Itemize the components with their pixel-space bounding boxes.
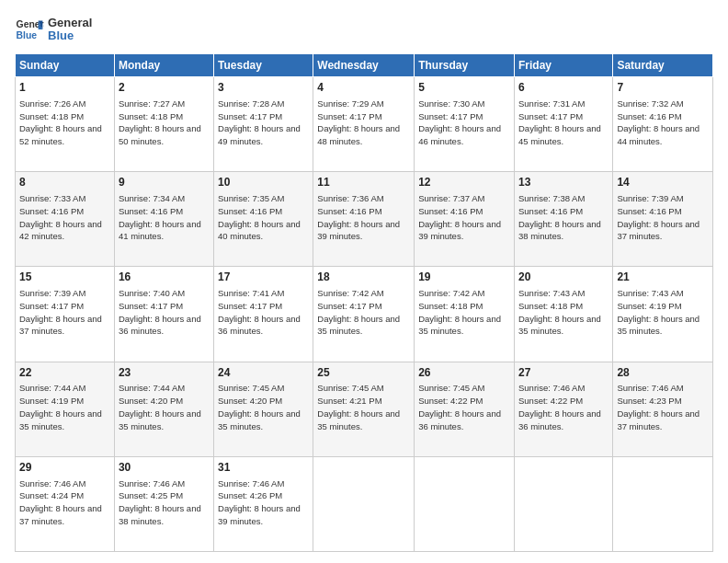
day-number: 23 xyxy=(119,365,210,381)
day-info: Sunrise: 7:26 AMSunset: 4:18 PMDaylight:… xyxy=(19,98,102,146)
day-number: 30 xyxy=(119,460,210,476)
day-cell-6: 6Sunrise: 7:31 AMSunset: 4:17 PMDaylight… xyxy=(514,77,612,172)
day-info: Sunrise: 7:39 AMSunset: 4:17 PMDaylight:… xyxy=(19,288,102,336)
week-row-4: 22Sunrise: 7:44 AMSunset: 4:19 PMDayligh… xyxy=(16,362,713,456)
logo: General Blue General Blue xyxy=(15,15,92,44)
weekday-friday: Friday xyxy=(514,54,612,77)
empty-cell xyxy=(415,456,515,551)
empty-cell xyxy=(313,456,415,551)
weekday-sunday: Sunday xyxy=(16,54,115,77)
day-info: Sunrise: 7:43 AMSunset: 4:18 PMDaylight:… xyxy=(518,288,601,336)
weekday-wednesday: Wednesday xyxy=(313,54,415,77)
day-info: Sunrise: 7:42 AMSunset: 4:17 PMDaylight:… xyxy=(317,288,400,336)
day-cell-1: 1Sunrise: 7:26 AMSunset: 4:18 PMDaylight… xyxy=(16,77,115,172)
day-number: 14 xyxy=(617,175,709,190)
day-number: 12 xyxy=(418,175,510,190)
day-cell-18: 18Sunrise: 7:42 AMSunset: 4:17 PMDayligh… xyxy=(313,267,415,362)
day-cell-3: 3Sunrise: 7:28 AMSunset: 4:17 PMDaylight… xyxy=(214,77,313,172)
day-cell-21: 21Sunrise: 7:43 AMSunset: 4:19 PMDayligh… xyxy=(613,267,713,362)
day-cell-23: 23Sunrise: 7:44 AMSunset: 4:20 PMDayligh… xyxy=(114,362,213,456)
day-cell-5: 5Sunrise: 7:30 AMSunset: 4:17 PMDaylight… xyxy=(415,77,515,172)
day-info: Sunrise: 7:40 AMSunset: 4:17 PMDaylight:… xyxy=(119,288,201,336)
day-number: 15 xyxy=(19,270,110,285)
day-number: 29 xyxy=(19,460,110,476)
day-info: Sunrise: 7:34 AMSunset: 4:16 PMDaylight:… xyxy=(119,193,201,241)
calendar-table: SundayMondayTuesdayWednesdayThursdayFrid… xyxy=(15,53,713,552)
day-info: Sunrise: 7:45 AMSunset: 4:20 PMDaylight:… xyxy=(218,383,301,431)
day-info: Sunrise: 7:43 AMSunset: 4:19 PMDaylight:… xyxy=(617,288,700,336)
weekday-tuesday: Tuesday xyxy=(214,54,313,77)
day-info: Sunrise: 7:33 AMSunset: 4:16 PMDaylight:… xyxy=(19,193,102,241)
day-cell-12: 12Sunrise: 7:37 AMSunset: 4:16 PMDayligh… xyxy=(415,172,515,267)
empty-cell xyxy=(514,456,612,551)
calendar-body: 1Sunrise: 7:26 AMSunset: 4:18 PMDaylight… xyxy=(16,77,713,552)
svg-text:Blue: Blue xyxy=(17,30,38,40)
logo-general: General xyxy=(48,17,92,29)
day-cell-30: 30Sunrise: 7:46 AMSunset: 4:25 PMDayligh… xyxy=(114,456,213,551)
day-cell-27: 27Sunrise: 7:46 AMSunset: 4:22 PMDayligh… xyxy=(514,362,612,456)
day-cell-22: 22Sunrise: 7:44 AMSunset: 4:19 PMDayligh… xyxy=(16,362,115,456)
day-info: Sunrise: 7:28 AMSunset: 4:17 PMDaylight:… xyxy=(218,98,301,146)
day-info: Sunrise: 7:42 AMSunset: 4:18 PMDaylight:… xyxy=(418,288,501,336)
day-number: 8 xyxy=(19,175,110,190)
day-number: 10 xyxy=(218,175,309,190)
weekday-thursday: Thursday xyxy=(415,54,515,77)
day-info: Sunrise: 7:35 AMSunset: 4:16 PMDaylight:… xyxy=(218,193,301,241)
day-cell-24: 24Sunrise: 7:45 AMSunset: 4:20 PMDayligh… xyxy=(214,362,313,456)
day-info: Sunrise: 7:39 AMSunset: 4:16 PMDaylight:… xyxy=(617,193,700,241)
day-info: Sunrise: 7:44 AMSunset: 4:19 PMDaylight:… xyxy=(19,383,102,431)
day-number: 20 xyxy=(518,270,609,285)
week-row-5: 29Sunrise: 7:46 AMSunset: 4:24 PMDayligh… xyxy=(16,456,713,551)
day-cell-8: 8Sunrise: 7:33 AMSunset: 4:16 PMDaylight… xyxy=(16,172,115,267)
day-info: Sunrise: 7:30 AMSunset: 4:17 PMDaylight:… xyxy=(418,98,501,146)
day-number: 7 xyxy=(617,80,709,96)
day-info: Sunrise: 7:32 AMSunset: 4:16 PMDaylight:… xyxy=(617,98,700,146)
day-cell-2: 2Sunrise: 7:27 AMSunset: 4:18 PMDaylight… xyxy=(114,77,213,172)
week-row-1: 1Sunrise: 7:26 AMSunset: 4:18 PMDaylight… xyxy=(16,77,713,172)
day-info: Sunrise: 7:46 AMSunset: 4:24 PMDaylight:… xyxy=(19,478,102,526)
day-info: Sunrise: 7:27 AMSunset: 4:18 PMDaylight:… xyxy=(119,98,201,146)
logo-blue: Blue xyxy=(48,29,92,42)
day-number: 11 xyxy=(317,175,410,190)
day-number: 24 xyxy=(218,365,309,381)
weekday-saturday: Saturday xyxy=(613,54,713,77)
day-number: 9 xyxy=(119,175,210,190)
day-number: 17 xyxy=(218,270,309,285)
week-row-2: 8Sunrise: 7:33 AMSunset: 4:16 PMDaylight… xyxy=(16,172,713,267)
logo-icon: General Blue xyxy=(15,15,44,44)
day-number: 25 xyxy=(317,365,410,381)
day-cell-15: 15Sunrise: 7:39 AMSunset: 4:17 PMDayligh… xyxy=(16,267,115,362)
day-info: Sunrise: 7:44 AMSunset: 4:20 PMDaylight:… xyxy=(119,383,201,431)
day-cell-25: 25Sunrise: 7:45 AMSunset: 4:21 PMDayligh… xyxy=(313,362,415,456)
day-info: Sunrise: 7:46 AMSunset: 4:26 PMDaylight:… xyxy=(218,478,301,526)
day-cell-9: 9Sunrise: 7:34 AMSunset: 4:16 PMDaylight… xyxy=(114,172,213,267)
day-info: Sunrise: 7:45 AMSunset: 4:22 PMDaylight:… xyxy=(418,383,501,431)
day-number: 26 xyxy=(418,365,510,381)
day-number: 19 xyxy=(418,270,510,285)
day-info: Sunrise: 7:29 AMSunset: 4:17 PMDaylight:… xyxy=(317,98,400,146)
day-cell-10: 10Sunrise: 7:35 AMSunset: 4:16 PMDayligh… xyxy=(214,172,313,267)
day-info: Sunrise: 7:45 AMSunset: 4:21 PMDaylight:… xyxy=(317,383,400,431)
day-number: 2 xyxy=(119,80,210,96)
header: General Blue General Blue xyxy=(15,15,713,44)
day-cell-26: 26Sunrise: 7:45 AMSunset: 4:22 PMDayligh… xyxy=(415,362,515,456)
weekday-monday: Monday xyxy=(114,54,213,77)
weekday-header-row: SundayMondayTuesdayWednesdayThursdayFrid… xyxy=(16,54,713,77)
day-number: 31 xyxy=(218,460,309,476)
day-cell-31: 31Sunrise: 7:46 AMSunset: 4:26 PMDayligh… xyxy=(214,456,313,551)
day-info: Sunrise: 7:46 AMSunset: 4:22 PMDaylight:… xyxy=(518,383,601,431)
day-number: 16 xyxy=(119,270,210,285)
day-cell-17: 17Sunrise: 7:41 AMSunset: 4:17 PMDayligh… xyxy=(214,267,313,362)
day-cell-13: 13Sunrise: 7:38 AMSunset: 4:16 PMDayligh… xyxy=(514,172,612,267)
week-row-3: 15Sunrise: 7:39 AMSunset: 4:17 PMDayligh… xyxy=(16,267,713,362)
day-cell-7: 7Sunrise: 7:32 AMSunset: 4:16 PMDaylight… xyxy=(613,77,713,172)
empty-cell xyxy=(613,456,713,551)
day-number: 3 xyxy=(218,80,309,96)
day-info: Sunrise: 7:31 AMSunset: 4:17 PMDaylight:… xyxy=(518,98,601,146)
day-number: 22 xyxy=(19,365,110,381)
day-info: Sunrise: 7:37 AMSunset: 4:16 PMDaylight:… xyxy=(418,193,501,241)
page: General Blue General Blue SundayMondayTu… xyxy=(0,0,728,563)
day-number: 28 xyxy=(617,365,709,381)
day-number: 4 xyxy=(317,80,410,96)
day-cell-29: 29Sunrise: 7:46 AMSunset: 4:24 PMDayligh… xyxy=(16,456,115,551)
